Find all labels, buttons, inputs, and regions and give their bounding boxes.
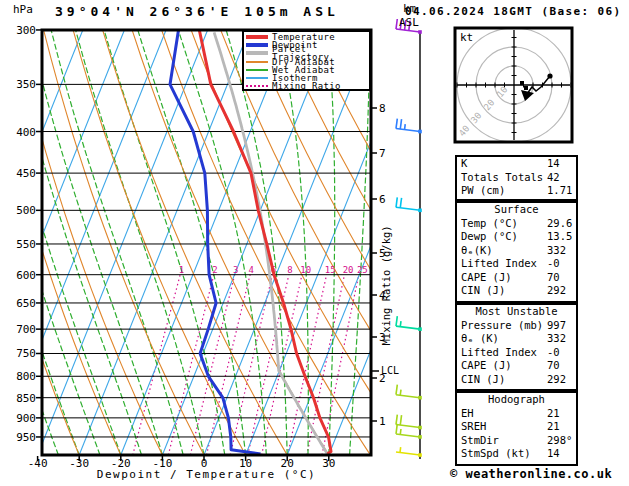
panel-row-value: -0 — [547, 257, 560, 269]
wet-adiabat-line — [328, 30, 335, 455]
panel-row-value: 292 — [547, 284, 566, 296]
temperature-tick-label: -40 — [21, 457, 55, 470]
wind-barb — [396, 119, 422, 134]
hodograph-ring-label: 20 — [482, 98, 497, 113]
dry-adiabat-line — [103, 30, 288, 455]
panel-row-value: 70 — [547, 359, 560, 371]
panel-row-value: 292 — [547, 373, 566, 385]
panel-row: K14 — [457, 157, 576, 171]
panel-title: Hodograph — [457, 393, 576, 407]
panel-row: θₑ (K)332 — [457, 332, 576, 346]
hodograph-panel: HodographEH21SREH21StmDir298°StmSpd (kt)… — [455, 391, 578, 466]
panel-row-label: CAPE (J) — [461, 359, 512, 371]
wind-barb — [396, 447, 422, 457]
panel-row-label: K — [461, 157, 467, 169]
mixing-ratio-label: 25 — [357, 265, 368, 275]
indices-panel: K14Totals Totals42PW (cm)1.71 — [455, 155, 578, 201]
panel-row-value: 29.6 — [547, 217, 572, 229]
pressure-axis-unit: hPa — [13, 3, 33, 16]
panel-row-value: 70 — [547, 271, 560, 283]
station-header: 39°04'N 26°36'E 105m ASL — [55, 4, 339, 19]
panel-row-label: θₑ (K) — [461, 332, 499, 344]
temperature-tick-label: 0 — [187, 457, 221, 470]
panel-row-value: 14 — [547, 157, 560, 169]
panel-row-value: -0 — [547, 346, 560, 358]
panel-row: StmDir298° — [457, 434, 576, 448]
panel-row: Totals Totals42 — [457, 171, 576, 185]
panel-row: Lifted Index-0 — [457, 257, 576, 271]
wet-adiabat-line — [350, 30, 371, 455]
wet-adiabat-line — [51, 30, 183, 455]
wind-barb — [396, 197, 422, 212]
panel-row-value: 42 — [547, 171, 560, 183]
copyright-credit: © weatheronline.co.uk — [450, 467, 612, 481]
panel-row-label: EH — [461, 407, 474, 419]
pressure-tick-label: 900 — [10, 412, 36, 425]
panel-row: PW (cm)1.71 — [457, 184, 576, 198]
wet-adiabat-line — [278, 30, 308, 455]
legend-swatch — [246, 77, 268, 79]
mixing-ratio-label: 1 — [179, 265, 184, 275]
datetime-header: 04.06.2024 18GMT (Base: 06) — [405, 5, 622, 18]
hodograph-ring-label: 10 — [495, 85, 510, 100]
altitude-tick-label: 8 — [379, 102, 393, 115]
panel-row: Dewp (°C)13.5 — [457, 230, 576, 244]
panel-row-label: Lifted Index — [461, 257, 537, 269]
pressure-tick-label: 400 — [10, 126, 36, 139]
mixing-ratio-label: 15 — [325, 265, 336, 275]
panel-row: Pressure (mb)997 — [457, 319, 576, 333]
panel-row: CIN (J)292 — [457, 284, 576, 298]
pressure-tick-label: 950 — [10, 431, 36, 444]
panel-row-label: Dewp (°C) — [461, 230, 518, 242]
altitude-tick-label: 5 — [379, 247, 393, 260]
legend-swatch — [246, 85, 268, 87]
altitude-tick-label: 6 — [379, 193, 393, 206]
panel-row-value: 997 — [547, 319, 566, 331]
pressure-tick-label: 800 — [10, 370, 36, 383]
panel-row-value: 332 — [547, 244, 566, 256]
altitude-tick-label: 1 — [379, 415, 393, 428]
panel-row: Temp (°C)29.6 — [457, 217, 576, 231]
panel-row: Lifted Index-0 — [457, 346, 576, 360]
panel-row-value: 298° — [547, 434, 572, 446]
temperature-tick-label: 10 — [229, 457, 263, 470]
panel-row: StmSpd (kt)14 — [457, 447, 576, 461]
wet-adiabat-line — [178, 30, 266, 455]
legend-swatch — [246, 35, 268, 39]
pressure-tick-label: 600 — [10, 269, 36, 282]
skewt-sounding-page: 1234681015202510203040 hPa 39°04'N 26°36… — [0, 0, 629, 486]
wind-barb — [396, 415, 422, 430]
panel-row: θₑ(K)332 — [457, 244, 576, 258]
pressure-tick-label: 700 — [10, 323, 36, 336]
pressure-tick-label: 550 — [10, 238, 36, 251]
wind-barb — [396, 385, 422, 400]
pressure-tick-label: 300 — [10, 24, 36, 37]
hodograph-dot-marker — [547, 73, 552, 78]
mixing-ratio-label: 8 — [287, 265, 292, 275]
hodograph-unit-label: kt — [460, 31, 473, 44]
panel-row-label: θₑ(K) — [461, 244, 493, 256]
panel-row-value: 1.71 — [547, 184, 572, 196]
panel-row-label: CIN (J) — [461, 373, 505, 385]
altitude-tick-label: 2 — [379, 372, 393, 385]
altitude-axis-unit-km: km — [403, 2, 416, 15]
panel-row-value: 21 — [547, 407, 560, 419]
mixing-ratio-label: 20 — [343, 265, 354, 275]
mixing-ratio-axis-title: Mixing Ratio (g/kg) — [380, 226, 393, 346]
panel-row: CAPE (J)70 — [457, 271, 576, 285]
panel-row: CIN (J)292 — [457, 373, 576, 387]
legend-swatch — [246, 51, 268, 55]
panel-row-label: Totals Totals — [461, 171, 543, 183]
panel-row: EH21 — [457, 407, 576, 421]
mixing-ratio-label: 2 — [212, 265, 217, 275]
hodograph-ring-label: 40 — [457, 124, 472, 139]
panel-row-label: Pressure (mb) — [461, 319, 543, 331]
mixing-ratio-label: 4 — [248, 265, 253, 275]
wind-barb — [396, 316, 422, 331]
hodograph-square-marker — [524, 86, 528, 90]
panel-row: SREH21 — [457, 420, 576, 434]
legend-swatch — [246, 43, 268, 47]
legend-swatch — [246, 61, 268, 63]
panel-row: CAPE (J)70 — [457, 359, 576, 373]
temperature-tick-label: 30 — [312, 457, 346, 470]
